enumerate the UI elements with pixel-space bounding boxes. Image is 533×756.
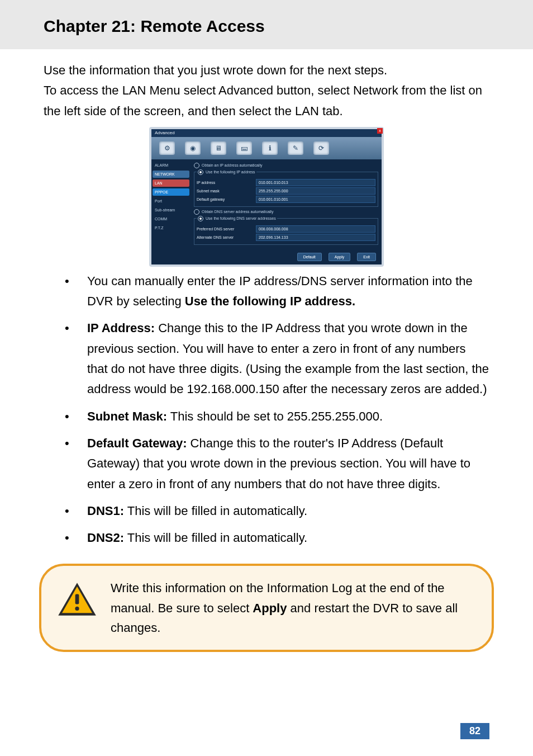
list-item: Default Gateway: Change this to the rout… <box>65 433 489 494</box>
radio-obtain-ip-auto[interactable]: Obtain an IP address automatically <box>194 163 378 168</box>
dvr-titlebar: Advanced <box>151 129 382 137</box>
dvr-content: Obtain an IP address automatically Use t… <box>191 159 382 249</box>
tab-icon-3[interactable]: 🖥︎ <box>211 141 226 155</box>
radio-label: Use the following DNS server addresses <box>206 216 276 220</box>
tab-icon-5[interactable]: ℹ <box>262 141 278 155</box>
bold-label: Default Gateway: <box>87 436 187 450</box>
default-button[interactable]: Default <box>297 253 322 261</box>
row-alternate-dns: Alternate DNS server 202.096.134.133 <box>197 234 375 241</box>
sidebar-item-lan[interactable]: LAN <box>153 179 189 187</box>
chapter-header-band: Chapter 21: Remote Access <box>0 0 533 49</box>
label-alternate-dns: Alternate DNS server <box>197 235 253 239</box>
row-subnet-mask: Subnet mask 255.255.255.000 <box>197 187 375 195</box>
callout-text: Write this information on the Informatio… <box>111 578 476 637</box>
dvr-tab-icons: ⚙ ◉ 🖥︎ 🖴 ℹ ✎ ⟳ <box>151 137 382 159</box>
radio-use-following-dns[interactable]: Use the following DNS server addresses <box>197 216 277 221</box>
label-subnet-mask: Subnet mask <box>197 189 253 193</box>
text: This will be filled in automatically. <box>124 531 307 545</box>
intro-p2: To access the LAN Menu select Advanced b… <box>44 81 489 121</box>
radio-obtain-dns-auto[interactable]: Obtain DNS server address automatically <box>194 209 378 215</box>
sidebar-item-comm[interactable]: COMM <box>153 215 189 223</box>
bold-text: Apply <box>253 601 287 615</box>
radio-use-following-ip[interactable]: Use the following IP address <box>197 169 256 175</box>
intro-p1: Use the information that you just wrote … <box>44 60 489 81</box>
intro-block: Use the information that you just wrote … <box>0 49 533 121</box>
bold-label: IP Address: <box>87 321 155 335</box>
instruction-list: You can manually enter the IP address/DN… <box>0 271 533 549</box>
list-item: DNS2: This will be filled in automatical… <box>65 528 489 548</box>
text: This will be filled in automatically. <box>124 504 307 518</box>
radio-icon <box>194 163 199 168</box>
sidebar-item-ptz[interactable]: P.T.Z <box>153 224 189 231</box>
sidebar-item-network[interactable]: NETWORK <box>153 171 189 178</box>
sidebar-item-substream[interactable]: Sub-stream <box>153 206 189 214</box>
svg-point-3 <box>75 607 79 611</box>
dvr-advanced-window: x Advanced ⚙ ◉ 🖥︎ 🖴 ℹ ✎ ⟳ ALARM NETWORK … <box>149 127 384 267</box>
value-default-gateway[interactable]: 010.001.010.001 <box>256 196 375 203</box>
radio-icon <box>198 216 203 221</box>
svg-rect-2 <box>75 594 79 604</box>
radio-icon <box>198 169 203 175</box>
row-default-gateway: Default gateway 010.001.010.001 <box>197 196 375 203</box>
dvr-window-title: Advanced <box>155 130 175 135</box>
bold-label: DNS1: <box>87 504 124 518</box>
dvr-main: ALARM NETWORK LAN PPPOE Port Sub-stream … <box>151 159 382 249</box>
radio-label: Use the following IP address <box>206 170 255 174</box>
warning-icon <box>57 582 97 619</box>
radio-label: Obtain DNS server address automatically <box>202 210 273 214</box>
apply-button[interactable]: Apply <box>329 253 351 261</box>
label-ip-address: IP address <box>197 181 253 185</box>
exit-button[interactable]: Exit <box>357 253 376 261</box>
value-subnet-mask[interactable]: 255.255.255.000 <box>256 187 375 195</box>
page-number: 82 <box>460 723 489 739</box>
label-default-gateway: Default gateway <box>197 197 253 201</box>
value-alternate-dns[interactable]: 202.096.134.133 <box>256 234 375 241</box>
label-preferred-dns: Preferred DNS server <box>197 227 253 231</box>
dvr-button-row: Default Apply Exit <box>151 249 382 264</box>
row-ip-address: IP address 010.001.010.013 <box>197 179 375 186</box>
tab-icon-2[interactable]: ◉ <box>185 141 201 155</box>
dvr-sidebar: ALARM NETWORK LAN PPPOE Port Sub-stream … <box>151 159 191 249</box>
tab-icon-4[interactable]: 🖴 <box>236 141 252 155</box>
chapter-title: Chapter 21: Remote Access <box>44 17 533 36</box>
value-ip-address[interactable]: 010.001.010.013 <box>256 179 375 186</box>
dns-fieldset: Use the following DNS server addresses P… <box>194 216 378 245</box>
radio-icon <box>194 209 199 215</box>
radio-label: Obtain an IP address automatically <box>202 163 262 167</box>
close-icon[interactable]: x <box>377 128 383 134</box>
row-preferred-dns: Preferred DNS server 008.008.008.008 <box>197 225 375 233</box>
tab-icon-6[interactable]: ✎ <box>288 141 303 155</box>
bold-label: DNS2: <box>87 531 124 545</box>
list-item: DNS1: This will be filled in automatical… <box>65 501 489 521</box>
list-item: IP Address: Change this to the IP Addres… <box>65 318 489 399</box>
sidebar-item-alarm[interactable]: ALARM <box>153 162 189 169</box>
text: This should be set to 255.255.255.000. <box>167 409 383 423</box>
ip-fieldset: Use the following IP address IP address … <box>194 169 378 207</box>
sidebar-item-port[interactable]: Port <box>153 197 189 205</box>
bold-label: Subnet Mask: <box>87 409 167 423</box>
sidebar-item-pppoe[interactable]: PPPOE <box>153 188 189 196</box>
tab-icon-1[interactable]: ⚙ <box>159 141 175 155</box>
warning-callout: Write this information on the Informatio… <box>39 564 494 652</box>
list-item: Subnet Mask: This should be set to 255.2… <box>65 407 489 427</box>
value-preferred-dns[interactable]: 008.008.008.008 <box>256 225 375 233</box>
bold-text: Use the following IP address. <box>185 294 355 308</box>
tab-icon-7[interactable]: ⟳ <box>313 141 329 155</box>
page: Chapter 21: Remote Access Use the inform… <box>0 0 533 756</box>
list-item: You can manually enter the IP address/DN… <box>65 271 489 312</box>
embedded-screenshot: x Advanced ⚙ ◉ 🖥︎ 🖴 ℹ ✎ ⟳ ALARM NETWORK … <box>149 127 384 267</box>
